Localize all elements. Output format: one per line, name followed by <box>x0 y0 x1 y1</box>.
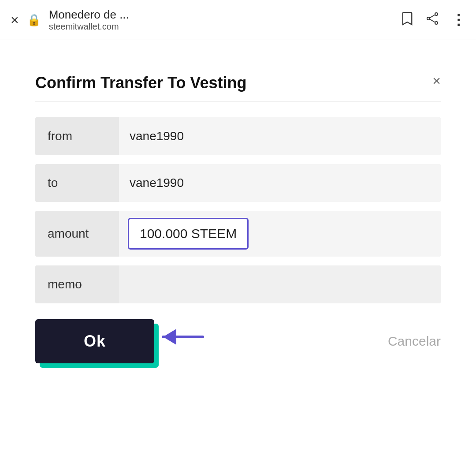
dialog-close-icon[interactable]: × <box>432 74 441 88</box>
browser-bar-left: × 🔒 Monedero de ... steemitwallet.com <box>11 8 392 32</box>
memo-label: memo <box>35 265 119 303</box>
svg-marker-6 <box>163 329 176 345</box>
more-options-icon[interactable]: ⋮ <box>451 11 465 28</box>
dialog: Confirm Transfer To Vesting × from vane1… <box>18 58 458 381</box>
ok-button-wrapper: Ok <box>35 319 154 363</box>
to-label: to <box>35 164 119 202</box>
amount-highlighted-value: 100.000 STEEM <box>128 218 249 250</box>
svg-line-4 <box>430 19 435 22</box>
browser-bar-center: Monedero de ... steemitwallet.com <box>49 8 392 32</box>
amount-value-container: 100.000 STEEM <box>119 211 441 257</box>
bookmark-icon[interactable] <box>401 11 413 29</box>
from-value: vane1990 <box>119 117 441 155</box>
dialog-header: Confirm Transfer To Vesting × <box>35 74 441 92</box>
dialog-title: Confirm Transfer To Vesting <box>35 74 246 92</box>
arrow-indicator-icon <box>154 324 207 350</box>
memo-row: memo <box>35 265 441 303</box>
svg-point-2 <box>427 17 430 20</box>
share-icon[interactable] <box>426 12 439 28</box>
browser-title: Monedero de ... <box>49 8 129 22</box>
amount-row: amount 100.000 STEEM <box>35 211 441 257</box>
browser-close-icon[interactable]: × <box>11 12 19 28</box>
dialog-divider <box>35 101 441 101</box>
browser-bar: × 🔒 Monedero de ... steemitwallet.com ⋮ <box>0 0 476 40</box>
browser-url: steemitwallet.com <box>49 22 119 32</box>
browser-bar-right: ⋮ <box>401 11 465 29</box>
to-value: vane1990 <box>119 164 441 202</box>
svg-point-1 <box>435 22 438 24</box>
to-row: to vane1990 <box>35 164 441 202</box>
svg-line-3 <box>430 15 435 18</box>
amount-label: amount <box>35 211 119 257</box>
buttons-area: Ok Cancelar <box>35 319 441 363</box>
cancel-button[interactable]: Cancelar <box>388 334 441 349</box>
ok-button[interactable]: Ok <box>35 319 154 363</box>
memo-value[interactable] <box>119 265 441 303</box>
svg-point-0 <box>435 13 438 15</box>
browser-lock-icon: 🔒 <box>27 13 41 27</box>
from-label: from <box>35 117 119 155</box>
page-content: Confirm Transfer To Vesting × from vane1… <box>0 40 476 399</box>
from-row: from vane1990 <box>35 117 441 155</box>
